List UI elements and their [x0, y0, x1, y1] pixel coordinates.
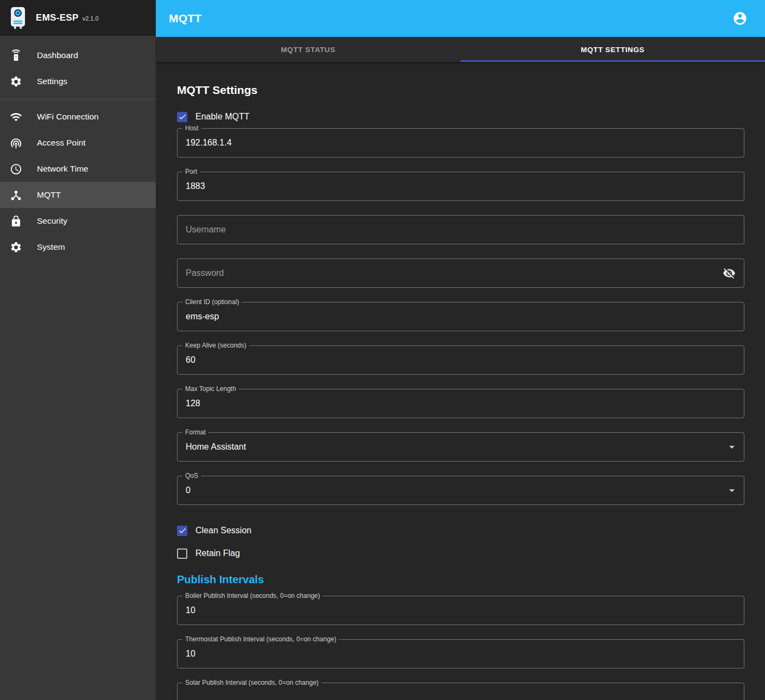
sidebar-item-label: Settings: [37, 77, 67, 86]
thermostat-publish-interval-input[interactable]: [186, 649, 736, 659]
brand: EMS-ESP v2.1.0: [36, 12, 99, 23]
clock-icon: [9, 162, 22, 175]
sidebar-item-label: WiFi Connection: [37, 112, 99, 122]
clean-session-label: Clean Session: [195, 526, 251, 535]
sidebar-item-label: Network Time: [37, 164, 88, 174]
client-id-field[interactable]: Client ID (optional): [177, 302, 744, 331]
format-select[interactable]: Format Home Assistant: [177, 432, 744, 462]
check-icon: [178, 526, 187, 535]
sidebar-item-network-time[interactable]: Network Time: [0, 156, 156, 182]
sidebar-item-label: Security: [37, 216, 67, 226]
clean-session-checkbox[interactable]: [177, 526, 187, 536]
sidebar-item-wifi-connection[interactable]: WiFi Connection: [0, 104, 156, 130]
sidebar-item-mqtt[interactable]: MQTT: [0, 182, 156, 208]
enable-mqtt-checkbox-row[interactable]: Enable MQTT: [177, 105, 744, 128]
form-title: MQTT Settings: [177, 84, 744, 97]
retain-flag-label: Retain Flag: [195, 548, 240, 558]
sidebar-item-settings[interactable]: Settings: [0, 68, 156, 94]
lock-icon: [9, 215, 22, 228]
ems-esp-logo: [8, 5, 28, 30]
host-input[interactable]: [186, 138, 736, 148]
tab-mqtt-settings[interactable]: MQTT SETTINGS: [460, 37, 765, 62]
host-field-label: Host: [182, 124, 201, 132]
enable-mqtt-checkbox[interactable]: [177, 112, 187, 122]
sidebar-item-dashboard[interactable]: Dashboard: [0, 42, 156, 68]
format-select-label: Format: [182, 428, 208, 436]
dropdown-arrow-icon: [725, 440, 738, 453]
wifi-icon: [9, 110, 22, 123]
account-icon: [732, 11, 748, 26]
solar-publish-interval-label: Solar Publish Interval (seconds, 0=on ch…: [182, 679, 321, 686]
visibility-off-icon: [723, 267, 736, 280]
max-topic-length-input[interactable]: [186, 399, 736, 408]
app-version: v2.1.0: [83, 15, 99, 22]
boiler-publish-interval-input[interactable]: [186, 606, 736, 615]
password-field[interactable]: [177, 258, 744, 288]
sidebar-item-label: MQTT: [37, 190, 61, 200]
host-field[interactable]: Host: [177, 128, 744, 157]
client-id-input[interactable]: [186, 312, 736, 321]
keep-alive-field-label: Keep Alive (seconds): [182, 342, 249, 349]
format-select-value: Home Assistant: [186, 442, 736, 452]
sidebar-divider: [0, 99, 156, 99]
mqtt-icon: [9, 188, 22, 201]
client-id-field-label: Client ID (optional): [182, 298, 242, 306]
sidebar-item-system[interactable]: System: [0, 234, 156, 260]
qos-select[interactable]: QoS 0: [177, 476, 744, 505]
enable-mqtt-label: Enable MQTT: [195, 112, 250, 122]
access-point-icon: [9, 136, 22, 149]
sidebar: EMS-ESP v2.1.0 Dashboard Settings: [0, 0, 156, 700]
thermostat-publish-interval-label: Thermostat Publish Interval (seconds, 0=…: [182, 635, 339, 643]
main-area: MQTT MQTT STATUS MQTT SETTINGS MQTT Sett…: [156, 0, 765, 700]
retain-flag-checkbox-row[interactable]: Retain Flag: [177, 542, 744, 565]
gear-icon: [9, 241, 22, 254]
boiler-publish-interval-label: Boiler Publish Interval (seconds, 0=on c…: [182, 592, 323, 600]
content: MQTT Settings Enable MQTT Host Port: [156, 62, 765, 700]
sidebar-item-security[interactable]: Security: [0, 208, 156, 234]
boiler-publish-interval-field[interactable]: Boiler Publish Interval (seconds, 0=on c…: [177, 596, 744, 625]
max-topic-length-field[interactable]: Max Topic Length: [177, 389, 744, 418]
solar-publish-interval-field[interactable]: Solar Publish Interval (seconds, 0=on ch…: [177, 683, 744, 700]
sidebar-logo-area: EMS-ESP v2.1.0: [0, 0, 156, 36]
app-name: EMS-ESP: [36, 12, 79, 23]
qos-select-label: QoS: [182, 472, 201, 480]
tab-mqtt-status[interactable]: MQTT STATUS: [156, 37, 460, 62]
port-field[interactable]: Port: [177, 172, 744, 201]
clean-session-checkbox-row[interactable]: Clean Session: [177, 519, 744, 542]
port-field-label: Port: [182, 168, 200, 175]
thermostat-publish-interval-field[interactable]: Thermostat Publish Interval (seconds, 0=…: [177, 639, 744, 669]
keep-alive-field[interactable]: Keep Alive (seconds): [177, 345, 744, 375]
sidebar-item-label: System: [37, 242, 65, 252]
tabbar: MQTT STATUS MQTT SETTINGS: [156, 37, 765, 62]
check-icon: [178, 112, 187, 121]
username-field[interactable]: [177, 215, 744, 244]
keep-alive-input[interactable]: [186, 355, 736, 365]
dashboard-icon: [9, 49, 22, 62]
qos-select-value: 0: [186, 485, 736, 495]
page-title: MQTT: [169, 12, 201, 25]
sidebar-item-access-point[interactable]: Access Point: [0, 130, 156, 156]
dropdown-arrow-icon: [725, 484, 738, 497]
sidebar-nav: Dashboard Settings WiFi Connection A: [0, 36, 156, 260]
gear-icon: [9, 75, 22, 88]
port-input[interactable]: [186, 181, 736, 191]
password-input[interactable]: [186, 268, 736, 278]
username-input[interactable]: [186, 225, 736, 235]
solar-publish-interval-input[interactable]: [186, 692, 736, 700]
max-topic-length-field-label: Max Topic Length: [182, 385, 239, 393]
sidebar-item-label: Dashboard: [37, 51, 78, 60]
appbar: MQTT: [156, 0, 765, 37]
app-root: EMS-ESP v2.1.0 Dashboard Settings: [0, 0, 765, 700]
account-button[interactable]: [728, 7, 752, 30]
publish-intervals-title: Publish Intervals: [177, 573, 744, 586]
retain-flag-checkbox[interactable]: [177, 548, 187, 559]
sidebar-item-label: Access Point: [37, 138, 86, 148]
password-visibility-button[interactable]: [719, 263, 739, 283]
